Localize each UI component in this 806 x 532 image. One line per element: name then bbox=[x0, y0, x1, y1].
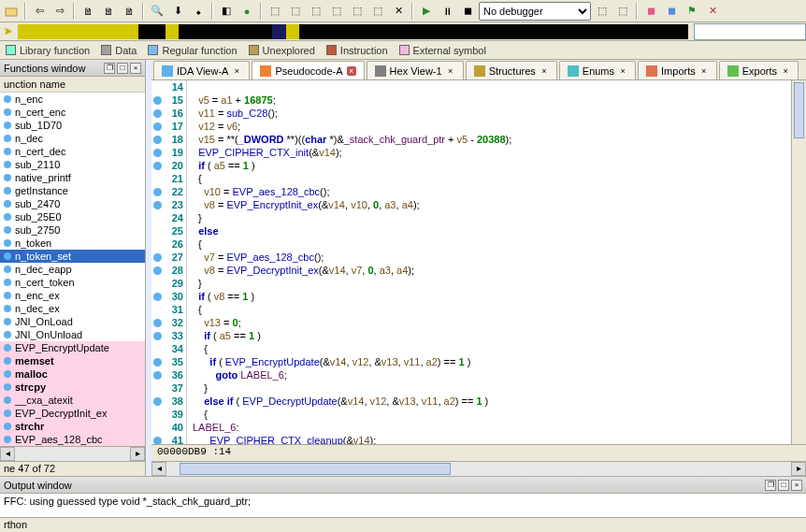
breakpoint-slot[interactable] bbox=[151, 146, 163, 159]
tab-enums[interactable]: Enums× bbox=[559, 61, 636, 79]
function-item[interactable]: EVP_aes_128_cbc bbox=[0, 433, 145, 446]
function-item[interactable]: n_dec bbox=[0, 132, 145, 145]
color2-icon[interactable]: ◼ bbox=[662, 2, 681, 21]
code-line[interactable] bbox=[187, 80, 806, 93]
function-item[interactable]: native_printf bbox=[0, 171, 145, 184]
breakpoint-slot[interactable] bbox=[151, 198, 163, 211]
breakpoint-slot[interactable] bbox=[151, 434, 163, 444]
tab-close-icon[interactable]: × bbox=[540, 66, 549, 76]
function-item[interactable]: n_token bbox=[0, 237, 145, 250]
function-item[interactable]: sub_2110 bbox=[0, 158, 145, 171]
code-line[interactable]: EVP_CIPHER_CTX_cleanup(&v14); bbox=[187, 434, 806, 444]
code-body[interactable]: v5 = a1 + 16875; v11 = sub_C28(); v12 = … bbox=[187, 80, 806, 444]
code-line[interactable]: v7 = EVP_aes_128_cbc(); bbox=[187, 251, 806, 264]
find-icon[interactable]: 🔍 bbox=[148, 2, 166, 21]
breakpoint-slot[interactable] bbox=[151, 237, 163, 251]
breakpoint-slot[interactable] bbox=[151, 329, 163, 342]
run-icon[interactable]: ▶ bbox=[417, 2, 436, 21]
breakpoint-slot[interactable] bbox=[151, 342, 163, 355]
function-item[interactable]: n_enc bbox=[0, 93, 145, 106]
breakpoint-slot[interactable] bbox=[151, 381, 163, 395]
scroll-left-icon[interactable]: ◂ bbox=[0, 447, 15, 461]
function-item[interactable]: n_cert_dec bbox=[0, 145, 145, 158]
code-vscroll[interactable] bbox=[791, 80, 806, 444]
breakpoint-slot[interactable] bbox=[151, 316, 163, 329]
breakpoint-slot[interactable] bbox=[151, 107, 163, 120]
breakpoint-slot[interactable] bbox=[151, 368, 163, 381]
close2-icon[interactable]: ✕ bbox=[703, 2, 722, 21]
breakpoint-slot[interactable] bbox=[151, 303, 163, 316]
tool2-icon[interactable]: ⬚ bbox=[286, 2, 305, 21]
code-line[interactable]: v8 = EVP_DecryptInit_ex(&v14, v7, 0, a3,… bbox=[187, 264, 806, 277]
tab-ida-view-a[interactable]: IDA View-A× bbox=[153, 61, 250, 79]
tab-close-icon[interactable]: × bbox=[699, 66, 709, 76]
square-icon[interactable]: ◧ bbox=[217, 2, 236, 21]
arrow-down-icon[interactable]: ⬇ bbox=[168, 2, 187, 21]
doc2-icon[interactable]: 🗎 bbox=[99, 2, 118, 21]
breakpoint-slot[interactable] bbox=[151, 133, 163, 146]
code-line[interactable]: } bbox=[187, 277, 806, 290]
code-line[interactable]: LABEL_6: bbox=[187, 421, 806, 434]
breakpoint-slot[interactable] bbox=[151, 395, 163, 408]
breakpoint-slot[interactable] bbox=[151, 93, 163, 107]
function-item[interactable]: sub_2750 bbox=[0, 223, 145, 237]
function-item[interactable]: n_dec_ex bbox=[0, 302, 145, 315]
out-restore-icon[interactable]: ❐ bbox=[765, 480, 776, 491]
function-item[interactable]: strcpy bbox=[0, 381, 145, 394]
db2-icon[interactable]: ⬚ bbox=[613, 2, 632, 21]
tab-imports[interactable]: Imports× bbox=[638, 61, 717, 79]
breakpoint-slot[interactable] bbox=[151, 185, 163, 198]
breakpoint-slot[interactable] bbox=[151, 211, 163, 224]
function-item[interactable]: EVP_EncryptUpdate bbox=[0, 341, 145, 354]
tab-close-icon[interactable]: × bbox=[347, 66, 356, 76]
code-line[interactable]: { bbox=[187, 237, 806, 251]
panel-max-icon[interactable]: □ bbox=[117, 63, 128, 74]
code-line[interactable]: if ( a5 == 1 ) bbox=[187, 329, 806, 342]
back-icon[interactable]: ⇦ bbox=[30, 2, 49, 21]
code-line[interactable]: { bbox=[187, 408, 806, 421]
stop-icon[interactable]: ◼ bbox=[458, 2, 477, 21]
function-item[interactable]: sub_25E0 bbox=[0, 210, 145, 223]
code-line[interactable]: v5 = a1 + 16875; bbox=[187, 93, 806, 107]
function-item[interactable]: n_cert_token bbox=[0, 276, 145, 289]
doc-icon[interactable]: 🗎 bbox=[79, 2, 97, 21]
functions-hscroll[interactable]: ◂ ▸ bbox=[0, 446, 145, 461]
tab-exports[interactable]: Exports× bbox=[719, 61, 799, 79]
functions-list[interactable]: n_encn_cert_encsub_1D70n_decn_cert_decsu… bbox=[0, 93, 145, 446]
code-line[interactable]: v8 = EVP_EncryptInit_ex(&v14, v10, 0, a3… bbox=[187, 198, 806, 211]
output-body[interactable]: FFC: using guessed type void *_stack_chk… bbox=[0, 494, 806, 517]
breakpoint-slot[interactable] bbox=[151, 277, 163, 290]
function-item[interactable]: JNI_OnLoad bbox=[0, 315, 145, 328]
function-item[interactable]: n_dec_eapp bbox=[0, 263, 145, 276]
breakpoint-slot[interactable] bbox=[151, 251, 163, 264]
code-line[interactable]: { bbox=[187, 303, 806, 316]
breakpoint-slot[interactable] bbox=[151, 264, 163, 277]
breakpoint-slot[interactable] bbox=[151, 408, 163, 421]
tab-close-icon[interactable]: × bbox=[618, 66, 627, 76]
code-line[interactable]: } bbox=[187, 381, 806, 395]
code-line[interactable]: if ( v8 == 1 ) bbox=[187, 290, 806, 303]
breakpoint-slot[interactable] bbox=[151, 224, 163, 237]
function-item[interactable]: JNI_OnUnload bbox=[0, 328, 145, 341]
code-line[interactable]: { bbox=[187, 172, 806, 185]
breakpoint-slot[interactable] bbox=[151, 159, 163, 172]
debugger-select[interactable]: No debugger bbox=[479, 2, 591, 21]
db1-icon[interactable]: ⬚ bbox=[593, 2, 612, 21]
function-item[interactable]: __cxa_atexit bbox=[0, 394, 145, 407]
code-line[interactable]: v13 = 0; bbox=[187, 316, 806, 329]
function-item[interactable]: strchr bbox=[0, 420, 145, 433]
code-area[interactable]: 1415161718192021222324252627282930313233… bbox=[151, 80, 806, 444]
out-close-icon[interactable]: × bbox=[791, 480, 802, 491]
function-item[interactable]: memset bbox=[0, 354, 145, 367]
code-line[interactable]: else bbox=[187, 224, 806, 237]
breakpoint-slot[interactable] bbox=[151, 80, 163, 93]
tab-close-icon[interactable]: × bbox=[781, 66, 790, 76]
tool5-icon[interactable]: ⬚ bbox=[348, 2, 367, 21]
breakpoint-slot[interactable] bbox=[151, 421, 163, 434]
function-item[interactable]: malloc bbox=[0, 367, 145, 381]
scroll-right-icon[interactable]: ▸ bbox=[130, 447, 145, 461]
functions-column-header[interactable]: unction name bbox=[0, 77, 145, 93]
forward-icon[interactable]: ⇨ bbox=[50, 2, 69, 21]
panel-close-icon[interactable]: × bbox=[130, 63, 141, 74]
tool6-icon[interactable]: ⬚ bbox=[368, 2, 387, 21]
